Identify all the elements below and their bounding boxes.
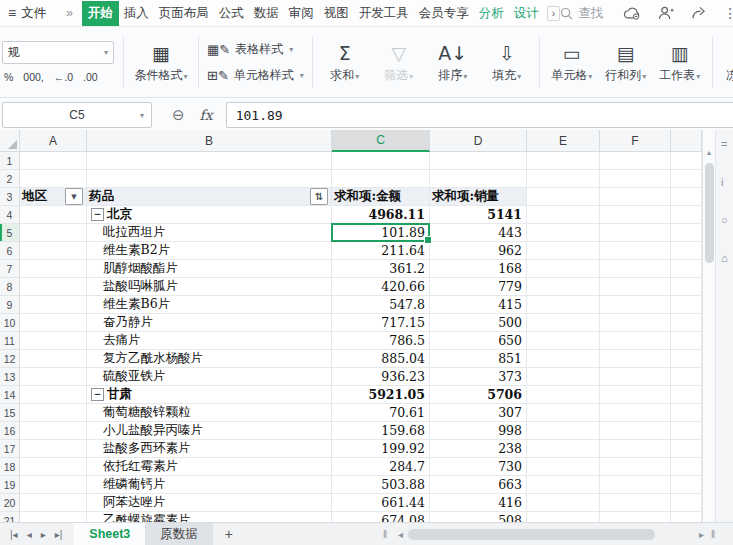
cell-G18[interactable] bbox=[671, 458, 702, 476]
nav-prev-icon[interactable]: ◂ bbox=[27, 529, 32, 540]
cell-G19[interactable] bbox=[671, 476, 702, 494]
cell-E14[interactable] bbox=[527, 386, 600, 404]
cell-F13[interactable] bbox=[600, 368, 671, 386]
cell-D3[interactable]: 求和项:销量 bbox=[430, 188, 527, 206]
collapse-box-icon[interactable]: − bbox=[91, 208, 104, 221]
row-header-6[interactable]: 6 bbox=[0, 242, 20, 260]
cell-D2[interactable] bbox=[430, 170, 527, 188]
cell-F1[interactable] bbox=[600, 152, 671, 170]
cell-E11[interactable] bbox=[527, 332, 600, 350]
cell-A19[interactable] bbox=[20, 476, 87, 494]
cell-C11[interactable]: 786.5 bbox=[332, 332, 430, 350]
fx-icon[interactable]: fx bbox=[200, 107, 213, 123]
cell-F20[interactable] bbox=[600, 494, 671, 512]
cell-D11[interactable]: 650 bbox=[430, 332, 527, 350]
cell-D4[interactable]: 5141 bbox=[430, 206, 527, 224]
chevron-right-icon[interactable]: › bbox=[547, 6, 560, 21]
cell-C1[interactable] bbox=[332, 152, 430, 170]
cell-E9[interactable] bbox=[527, 296, 600, 314]
cell-B6[interactable]: 维生素B2片 bbox=[87, 242, 332, 260]
cell-C6[interactable]: 211.64 bbox=[332, 242, 430, 260]
cell-D16[interactable]: 998 bbox=[430, 422, 527, 440]
cell-G20[interactable] bbox=[671, 494, 702, 512]
cell-A5[interactable] bbox=[20, 224, 87, 242]
cell-D14[interactable]: 5706 bbox=[430, 386, 527, 404]
column-header-E[interactable]: E bbox=[527, 130, 600, 152]
cell-A17[interactable] bbox=[20, 440, 87, 458]
row-header-12[interactable]: 12 bbox=[0, 350, 20, 368]
cell-C8[interactable]: 420.66 bbox=[332, 278, 430, 296]
cell-D17[interactable]: 238 bbox=[430, 440, 527, 458]
row-header-8[interactable]: 8 bbox=[0, 278, 20, 296]
cell-E2[interactable] bbox=[527, 170, 600, 188]
cell-F19[interactable] bbox=[600, 476, 671, 494]
cloud-sync-icon[interactable] bbox=[623, 6, 641, 20]
column-header-A[interactable]: A bbox=[20, 130, 87, 152]
menu-tab-dev-tools[interactable]: 开发工具 bbox=[354, 1, 414, 26]
cell-F17[interactable] bbox=[600, 440, 671, 458]
cell-C20[interactable]: 661.44 bbox=[332, 494, 430, 512]
cell-C2[interactable] bbox=[332, 170, 430, 188]
cell-C12[interactable]: 885.04 bbox=[332, 350, 430, 368]
cell-D7[interactable]: 168 bbox=[430, 260, 527, 278]
scroll-left-icon[interactable]: ◂ bbox=[398, 523, 403, 545]
cell-F21[interactable] bbox=[600, 512, 671, 522]
row-header-2[interactable]: 2 bbox=[0, 170, 20, 188]
column-header-F[interactable]: F bbox=[600, 130, 671, 152]
cell-B1[interactable] bbox=[87, 152, 332, 170]
cell-G2[interactable] bbox=[671, 170, 702, 188]
cell-G14[interactable] bbox=[671, 386, 702, 404]
panel-icon-2[interactable]: ○ bbox=[721, 214, 728, 226]
cell-G15[interactable] bbox=[671, 404, 702, 422]
menu-tab-member[interactable]: 会员专享 bbox=[414, 1, 474, 26]
panel-icon-1[interactable]: i bbox=[721, 176, 723, 188]
cell-F15[interactable] bbox=[600, 404, 671, 422]
cell-G9[interactable] bbox=[671, 296, 702, 314]
cell-style-button[interactable]: ⊞✎单元格样式▾ bbox=[207, 67, 304, 84]
percent-style-button[interactable]: % bbox=[4, 71, 13, 83]
name-box[interactable]: C5 ▾ bbox=[2, 102, 152, 128]
cell-D12[interactable]: 851 bbox=[430, 350, 527, 368]
row-header-7[interactable]: 7 bbox=[0, 260, 20, 278]
cell-E6[interactable] bbox=[527, 242, 600, 260]
worksheet-button[interactable]: ▥工作表▾ bbox=[653, 31, 707, 93]
row-header-17[interactable]: 17 bbox=[0, 440, 20, 458]
cell-E4[interactable] bbox=[527, 206, 600, 224]
cell-E13[interactable] bbox=[527, 368, 600, 386]
cell-C13[interactable]: 936.23 bbox=[332, 368, 430, 386]
cell-F9[interactable] bbox=[600, 296, 671, 314]
cell-F18[interactable] bbox=[600, 458, 671, 476]
cell-A18[interactable] bbox=[20, 458, 87, 476]
cell-D9[interactable]: 415 bbox=[430, 296, 527, 314]
cell-D15[interactable]: 307 bbox=[430, 404, 527, 422]
file-menu[interactable]: 文件 bbox=[21, 5, 46, 22]
cell-B13[interactable]: 硫酸亚铁片 bbox=[87, 368, 332, 386]
cell-E12[interactable] bbox=[527, 350, 600, 368]
column-header-C[interactable]: C bbox=[332, 130, 430, 152]
user-plus-icon[interactable] bbox=[658, 6, 674, 20]
cell-C10[interactable]: 717.15 bbox=[332, 314, 430, 332]
row-header-16[interactable]: 16 bbox=[0, 422, 20, 440]
cell-E16[interactable] bbox=[527, 422, 600, 440]
comma-style-button[interactable]: 000, bbox=[23, 71, 43, 83]
nav-first-icon[interactable]: |◂ bbox=[10, 529, 18, 540]
filter-button[interactable]: ▽筛选▾ bbox=[372, 31, 426, 93]
row-header-21[interactable]: 21 bbox=[0, 512, 20, 522]
column-header-D[interactable]: D bbox=[430, 130, 527, 152]
cell-D1[interactable] bbox=[430, 152, 527, 170]
cell-F2[interactable] bbox=[600, 170, 671, 188]
vertical-scrollbar[interactable]: ▴ bbox=[702, 130, 715, 522]
cell-G16[interactable] bbox=[671, 422, 702, 440]
menu-tab-page-layout[interactable]: 页面布局 bbox=[154, 1, 214, 26]
cell-B16[interactable]: 小儿盐酸异丙嗪片 bbox=[87, 422, 332, 440]
cell-F4[interactable] bbox=[600, 206, 671, 224]
cell-G17[interactable] bbox=[671, 440, 702, 458]
cell-E8[interactable] bbox=[527, 278, 600, 296]
cell-D21[interactable]: 508 bbox=[430, 512, 527, 522]
table-style-button[interactable]: ▦✎表格样式▾ bbox=[207, 41, 304, 58]
freeze-panes-button[interactable]: ⊞*冻结窗格 bbox=[718, 31, 733, 93]
cell-F11[interactable] bbox=[600, 332, 671, 350]
row-header-15[interactable]: 15 bbox=[0, 404, 20, 422]
cell-C19[interactable]: 503.88 bbox=[332, 476, 430, 494]
sheet-tab-原数据[interactable]: 原数据 bbox=[145, 523, 213, 545]
